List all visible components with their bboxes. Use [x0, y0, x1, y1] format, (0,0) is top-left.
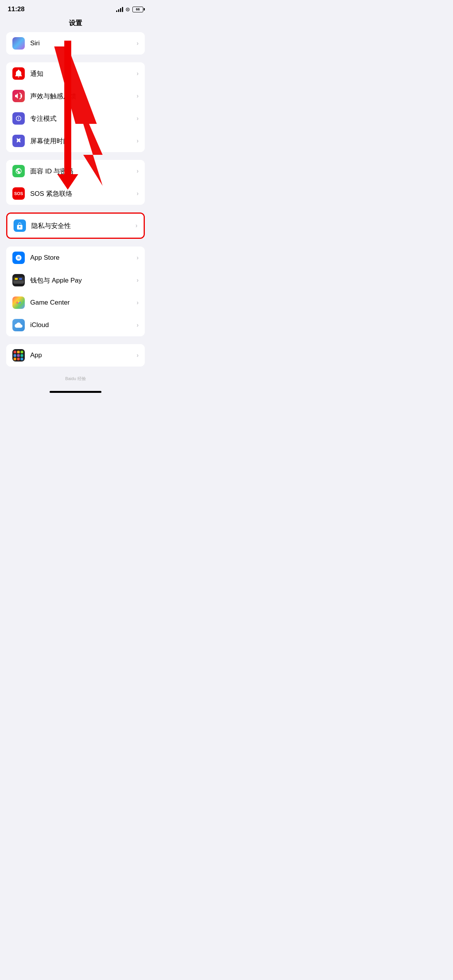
settings-item-notifications[interactable]: 通知 ›	[6, 62, 145, 85]
settings-item-faceid[interactable]: 面容 ID 与密码 ›	[6, 160, 145, 182]
chevron-icon: ›	[137, 190, 139, 197]
status-bar: 11:28 ⊜ 66	[0, 0, 151, 15]
sound-icon	[12, 90, 25, 102]
screentime-icon	[12, 135, 25, 147]
wifi-icon: ⊜	[125, 6, 130, 12]
screentime-label: 屏幕使用时间	[30, 137, 137, 146]
status-icons: ⊜ 66	[116, 6, 143, 12]
time-display: 11:28	[8, 5, 24, 13]
wallet-icon	[12, 274, 25, 286]
notifications-label: 通知	[30, 69, 137, 78]
settings-item-sos[interactable]: SOS SOS 紧急联络 ›	[6, 182, 145, 205]
settings-group-privacy: 隐私与安全性 ›	[6, 212, 145, 239]
privacy-icon	[14, 219, 26, 232]
page-title: 设置	[0, 15, 151, 32]
chevron-icon: ›	[137, 115, 139, 122]
settings-group-services: App Store › 钱包与 Apple Pay › Game Center …	[6, 247, 145, 336]
signal-icon	[116, 7, 123, 12]
wallet-label: 钱包与 Apple Pay	[30, 276, 137, 285]
gamecenter-icon	[12, 296, 25, 309]
siri-label: Siri	[30, 39, 137, 47]
sounds-label: 声效与触感反馈	[30, 92, 137, 101]
settings-item-siri[interactable]: Siri ›	[6, 32, 145, 55]
app-label: App	[30, 351, 137, 359]
battery-icon: 66	[132, 7, 143, 12]
chevron-icon: ›	[137, 40, 139, 47]
settings-item-focus[interactable]: 专注模式 ›	[6, 107, 145, 130]
icloud-icon	[12, 319, 25, 331]
chevron-icon: ›	[137, 352, 139, 359]
privacy-label: 隐私与安全性	[31, 221, 136, 230]
faceid-icon	[12, 165, 25, 177]
chevron-icon: ›	[137, 322, 139, 329]
faceid-label: 面容 ID 与密码	[30, 167, 137, 176]
sos-icon: SOS	[12, 187, 25, 200]
settings-item-appstore[interactable]: App Store ›	[6, 247, 145, 269]
focus-label: 专注模式	[30, 114, 137, 123]
watermark: Baidu 经验	[0, 374, 151, 388]
chevron-icon: ›	[137, 70, 139, 77]
svg-point-3	[18, 303, 20, 305]
home-indicator	[50, 391, 101, 393]
settings-item-privacy[interactable]: 隐私与安全性 ›	[7, 214, 144, 238]
settings-item-app[interactable]: App ›	[6, 344, 145, 367]
chevron-icon: ›	[136, 222, 137, 229]
chevron-icon: ›	[137, 137, 139, 144]
settings-group-notifications: 通知 › 声效与触感反馈 › 专注模式 › 屏幕使用时间 ›	[6, 62, 145, 152]
appstore-label: App Store	[30, 254, 137, 262]
siri-icon	[12, 37, 25, 50]
chevron-icon: ›	[137, 254, 139, 261]
settings-item-wallet[interactable]: 钱包与 Apple Pay ›	[6, 269, 145, 291]
notification-icon	[12, 67, 25, 80]
chevron-icon: ›	[137, 93, 139, 99]
settings-item-gamecenter[interactable]: Game Center ›	[6, 291, 145, 314]
chevron-icon: ›	[137, 299, 139, 306]
settings-group-siri: Siri ›	[6, 32, 145, 55]
gamecenter-label: Game Center	[30, 299, 137, 307]
appstore-icon	[12, 252, 25, 264]
focus-icon	[12, 112, 25, 125]
settings-group-app: App ›	[6, 344, 145, 367]
chevron-icon: ›	[137, 277, 139, 284]
settings-item-sounds[interactable]: 声效与触感反馈 ›	[6, 85, 145, 107]
app-icon	[12, 349, 25, 362]
svg-point-2	[18, 300, 20, 302]
settings-group-security: 面容 ID 与密码 › SOS SOS 紧急联络 ›	[6, 160, 145, 205]
icloud-label: iCloud	[30, 321, 137, 329]
settings-item-icloud[interactable]: iCloud ›	[6, 314, 145, 336]
settings-item-screentime[interactable]: 屏幕使用时间 ›	[6, 130, 145, 152]
sos-label: SOS 紧急联络	[30, 189, 137, 198]
chevron-icon: ›	[137, 168, 139, 175]
